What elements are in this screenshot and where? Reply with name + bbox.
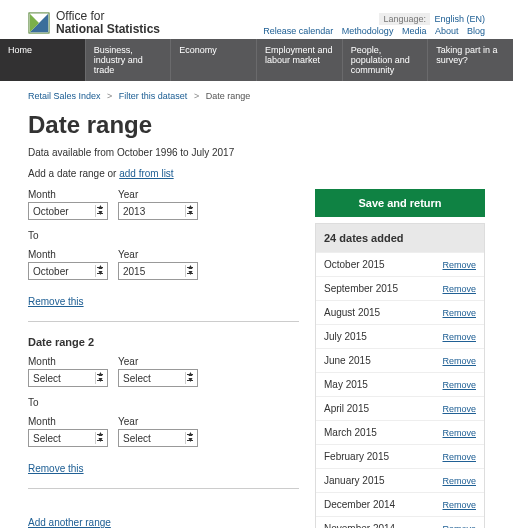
save-and-return-button-side[interactable]: Save and return — [315, 189, 485, 217]
nav-business[interactable]: Business, industry and trade — [86, 39, 172, 81]
date-item: May 2015Remove — [316, 372, 484, 396]
date-item: August 2015Remove — [316, 300, 484, 324]
primary-nav: Home Business, industry and trade Econom… — [0, 39, 513, 81]
date-item-label: September 2015 — [324, 283, 398, 294]
date-item: October 2015Remove — [316, 252, 484, 276]
date-item-remove[interactable]: Remove — [442, 380, 476, 390]
language-value[interactable]: English (EN) — [434, 14, 485, 24]
date-item: June 2015Remove — [316, 348, 484, 372]
crumb-current: Date range — [206, 91, 251, 101]
date-item-remove[interactable]: Remove — [442, 452, 476, 462]
nav-economy[interactable]: Economy — [171, 39, 257, 81]
top-link-methodology[interactable]: Methodology — [342, 26, 394, 36]
range2-title: Date range 2 — [28, 336, 299, 348]
range1-to-year-select[interactable]: 2015▲▼ — [118, 262, 198, 280]
top-link-blog[interactable]: Blog — [467, 26, 485, 36]
date-item: April 2015Remove — [316, 396, 484, 420]
date-item-label: August 2015 — [324, 307, 380, 318]
crumb-0[interactable]: Retail Sales Index — [28, 91, 101, 101]
date-item-remove[interactable]: Remove — [442, 524, 476, 528]
date-item-label: November 2014 — [324, 523, 395, 528]
date-item: November 2014Remove — [316, 516, 484, 528]
range1-from-month-select[interactable]: October▲▼ — [28, 202, 108, 220]
range1-to-month-select[interactable]: October▲▼ — [28, 262, 108, 280]
range2-to-year-select[interactable]: Select▲▼ — [118, 429, 198, 447]
dates-added-panel: 24 dates added October 2015RemoveSeptemb… — [315, 223, 485, 528]
add-from-list-link[interactable]: add from list — [119, 168, 173, 179]
date-item-remove[interactable]: Remove — [442, 428, 476, 438]
date-item-remove[interactable]: Remove — [442, 404, 476, 414]
date-item: December 2014Remove — [316, 492, 484, 516]
top-link-media[interactable]: Media — [402, 26, 427, 36]
nav-employment[interactable]: Employment and labour market — [257, 39, 343, 81]
date-item-label: April 2015 — [324, 403, 369, 414]
remove-range-2[interactable]: Remove this — [28, 463, 84, 474]
date-item: February 2015Remove — [316, 444, 484, 468]
page-subtitle: Data available from October 1996 to July… — [28, 147, 485, 158]
date-item-label: May 2015 — [324, 379, 368, 390]
date-item-remove[interactable]: Remove — [442, 332, 476, 342]
date-item-remove[interactable]: Remove — [442, 356, 476, 366]
date-item-remove[interactable]: Remove — [442, 308, 476, 318]
date-item-label: January 2015 — [324, 475, 385, 486]
remove-range-1[interactable]: Remove this — [28, 296, 84, 307]
page-title: Date range — [28, 111, 485, 139]
nav-home[interactable]: Home — [0, 39, 86, 81]
date-item-label: October 2015 — [324, 259, 385, 270]
date-item-remove[interactable]: Remove — [442, 260, 476, 270]
site-logo[interactable]: Office for National Statistics — [28, 10, 160, 36]
date-item: March 2015Remove — [316, 420, 484, 444]
date-item-remove[interactable]: Remove — [442, 500, 476, 510]
range2-from-year-select[interactable]: Select▲▼ — [118, 369, 198, 387]
date-item: January 2015Remove — [316, 468, 484, 492]
date-item-remove[interactable]: Remove — [442, 284, 476, 294]
logo-text-2: National Statistics — [56, 23, 160, 36]
top-link-about[interactable]: About — [435, 26, 459, 36]
top-link-release[interactable]: Release calendar — [263, 26, 333, 36]
year-label: Year — [118, 189, 198, 200]
crumb-1[interactable]: Filter this dataset — [119, 91, 188, 101]
date-item-label: March 2015 — [324, 427, 377, 438]
language-label: Language: — [379, 13, 430, 25]
date-item-label: February 2015 — [324, 451, 389, 462]
add-another-range-link[interactable]: Add another range — [28, 517, 111, 528]
range1-from-year-select[interactable]: 2013▲▼ — [118, 202, 198, 220]
date-item: July 2015Remove — [316, 324, 484, 348]
date-item-label: June 2015 — [324, 355, 371, 366]
to-label: To — [28, 230, 299, 241]
ons-logo-icon — [28, 12, 50, 34]
range2-to-month-select[interactable]: Select▲▼ — [28, 429, 108, 447]
range2-from-month-select[interactable]: Select▲▼ — [28, 369, 108, 387]
nav-survey[interactable]: Taking part in a survey? — [428, 39, 513, 81]
hint-text: Add a date range or add from list — [28, 168, 485, 179]
month-label: Month — [28, 189, 108, 200]
dates-added-count: 24 dates added — [316, 224, 484, 252]
date-item: September 2015Remove — [316, 276, 484, 300]
date-item-remove[interactable]: Remove — [442, 476, 476, 486]
nav-people[interactable]: People, population and community — [343, 39, 429, 81]
date-item-label: July 2015 — [324, 331, 367, 342]
breadcrumb: Retail Sales Index > Filter this dataset… — [28, 91, 485, 101]
date-item-label: December 2014 — [324, 499, 395, 510]
